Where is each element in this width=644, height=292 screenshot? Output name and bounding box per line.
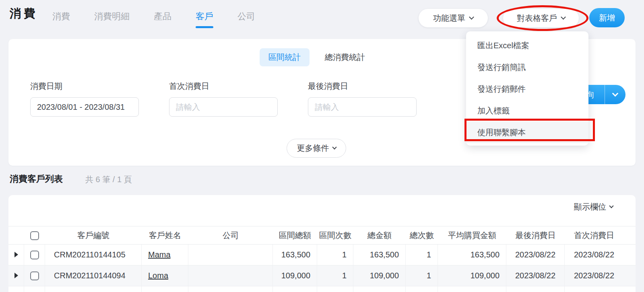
select-all-checkbox-cell: [24, 226, 45, 245]
cell-customer-name: Mama: [142, 245, 188, 265]
expand-row-icon[interactable]: [14, 273, 18, 278]
search-dropdown-toggle[interactable]: [605, 85, 625, 104]
col-company: 公司: [188, 226, 273, 245]
cell-customer-id: CRM202110144094: [45, 265, 142, 286]
add-button[interactable]: 新增: [589, 8, 625, 27]
customer-name-link[interactable]: Mama: [148, 250, 171, 259]
table-row: CRM202110144105 Mama 163,500 1 163,500 1…: [8, 245, 636, 265]
filter-last-purchase-date: 最後消費日: [308, 81, 417, 117]
list-title: 消費客戶列表: [10, 173, 63, 185]
chevron-down-icon: [609, 204, 613, 208]
list-count: 共 6 筆 / 1 頁: [85, 174, 132, 185]
table-row: CRM202110144094 Loma 109,000 1 109,000 1…: [8, 265, 636, 286]
col-range-total: 區間總額: [273, 226, 317, 245]
more-conditions-button[interactable]: 更多條件: [287, 139, 346, 158]
menu-item-export-excel[interactable]: 匯出Excel檔案: [466, 35, 588, 56]
menu-item-send-email[interactable]: 發送行銷郵件: [466, 78, 588, 100]
col-last-date: 最後消費日: [506, 226, 565, 245]
col-avg-purchase: 平均購買金額: [438, 226, 506, 245]
expand-row-cell: [8, 265, 24, 286]
toggle-total-stats[interactable]: 總消費統計: [322, 48, 368, 66]
cell-last-date: 2023/08/22: [506, 245, 565, 265]
row-checkbox-cell: [24, 245, 45, 265]
cell-company: [188, 265, 273, 286]
chevron-down-icon: [612, 90, 619, 97]
tab-customer[interactable]: 客戶: [196, 10, 213, 23]
row-checkbox[interactable]: [30, 271, 39, 280]
customer-table-card: 顯示欄位 客戶編號 客戶姓名 公司 區間總額 區間次數 總金額 總: [8, 195, 636, 292]
expand-row-cell: [8, 245, 24, 265]
cell-total-amount: 109,000: [353, 265, 406, 286]
col-range-count: 區間次數: [317, 226, 353, 245]
col-total-amount: 總金額: [353, 226, 406, 245]
chevron-down-icon: [561, 14, 566, 20]
table-row-partial: [8, 286, 636, 292]
cell-customer-id: CRM202110144105: [45, 245, 142, 265]
table-header-row: 客戶編號 客戶姓名 公司 區間總額 區間次數 總金額 總次數 平均購買金額 最後…: [8, 226, 636, 245]
cell-customer-name: Loma: [142, 265, 188, 286]
cell-range-count: 1: [317, 245, 353, 265]
menu-item-send-sms[interactable]: 發送行銷簡訊: [466, 56, 588, 78]
table-customers-actions-button[interactable]: 對表格客戶: [503, 9, 579, 27]
toggle-range-stats[interactable]: 區間統計: [260, 48, 310, 66]
filter-label: 首次消費日: [169, 81, 278, 92]
col-first-date: 首次消費日: [565, 226, 636, 245]
cell-range-total: 163,500: [273, 245, 317, 265]
col-customer-name: 客戶姓名: [142, 226, 188, 245]
page-title: 消費: [10, 6, 38, 22]
tab-bar: 消費 消費明細 產品 客戶 公司: [52, 10, 255, 23]
customer-table: 客戶編號 客戶姓名 公司 區間總額 區間次數 總金額 總次數 平均購買金額 最後…: [8, 226, 636, 292]
filter-label: 最後消費日: [308, 81, 417, 92]
table-actions-dropdown-menu: 匯出Excel檔案 發送行銷簡訊 發送行銷郵件 加入標籤 使用聯繫腳本: [466, 31, 588, 146]
cell-range-count: 1: [317, 265, 353, 286]
cell-first-date: 2023/08/22: [565, 245, 636, 265]
menu-item-add-tag[interactable]: 加入標籤: [466, 100, 588, 121]
stat-mode-toggle: 區間統計 總消費統計: [260, 48, 368, 66]
cell-avg-purchase: 163,500: [438, 245, 506, 265]
header-expand-spacer: [8, 226, 24, 245]
cell-company: [188, 245, 273, 265]
chevron-down-icon: [469, 14, 474, 20]
last-purchase-date-input[interactable]: [308, 97, 417, 117]
filter-label: 消費日期: [30, 81, 139, 92]
tab-consumption-detail[interactable]: 消費明細: [94, 10, 130, 23]
filter-consumption-date: 消費日期: [30, 81, 139, 117]
col-total-count: 總次數: [406, 226, 438, 245]
cell-total-amount: 163,500: [353, 245, 406, 265]
consumption-date-input[interactable]: [30, 97, 139, 117]
filter-first-purchase-date: 首次消費日: [169, 81, 278, 117]
cell-avg-purchase: 109,000: [438, 265, 506, 286]
tab-company[interactable]: 公司: [237, 10, 255, 23]
function-menu-button[interactable]: 功能選單: [419, 9, 488, 27]
cell-first-date: 2023/08/22: [565, 265, 636, 286]
cell-total-count: 1: [406, 245, 438, 265]
tab-consumption[interactable]: 消費: [52, 10, 70, 23]
cell-range-total: 109,000: [273, 265, 317, 286]
expand-row-icon[interactable]: [14, 252, 18, 257]
col-customer-id: 客戶編號: [45, 226, 142, 245]
active-tab-underline: [196, 26, 213, 28]
chevron-down-icon: [332, 145, 336, 149]
first-purchase-date-input[interactable]: [169, 97, 278, 117]
row-checkbox-cell: [24, 265, 45, 286]
customer-name-link[interactable]: Loma: [148, 271, 168, 280]
show-columns-button[interactable]: 顯示欄位: [574, 202, 613, 212]
cell-last-date: 2023/08/22: [506, 265, 565, 286]
row-checkbox[interactable]: [30, 251, 39, 259]
crm-consumption-page: 消費 消費 消費明細 產品 客戶 公司 功能選單 對表格客戶 新增 區間統計 總…: [0, 0, 644, 292]
tab-product[interactable]: 產品: [154, 10, 171, 23]
cell-total-count: 1: [406, 265, 438, 286]
menu-item-use-contact-script[interactable]: 使用聯繫腳本: [466, 121, 588, 143]
select-all-checkbox[interactable]: [30, 231, 39, 240]
